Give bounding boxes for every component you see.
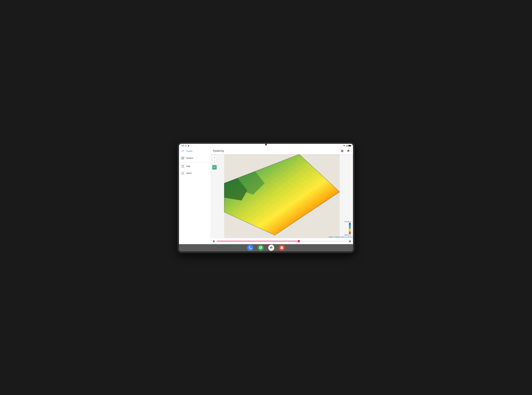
map-controls: + − [212, 156, 217, 170]
help-icon [181, 165, 184, 168]
sidebar-item-tracks[interactable]: Tracks [179, 148, 211, 155]
info-icon [181, 172, 184, 175]
osm-text: © OpenStreetMap contributors [334, 236, 352, 238]
map-icon [181, 157, 184, 159]
map-area: + − 191.43 m [211, 154, 353, 238]
sidebar-item-about[interactable]: About [179, 170, 211, 177]
color-legend: 191.43 m 190.53 m [344, 221, 351, 236]
sidebar-label-rasters: Rasters [186, 157, 193, 159]
sidebar-label-help: Help [186, 165, 190, 167]
alarm-icon [185, 145, 187, 147]
raster-visualization [211, 154, 353, 238]
status-left: 7:13 [181, 145, 189, 147]
app-bar-actions [340, 148, 351, 154]
wifi-icon [343, 145, 345, 147]
battery-saver-icon [188, 145, 189, 147]
sidebar-item-rasters[interactable]: Rasters [179, 155, 211, 162]
track-overlay-button[interactable] [212, 165, 217, 170]
svg-point-56 [271, 247, 272, 248]
slider-fill [217, 241, 299, 241]
camera-notch [265, 144, 267, 145]
bottom-navigation [179, 244, 353, 251]
svg-rect-1 [351, 145, 351, 146]
device-screen: 7:13 [179, 144, 353, 251]
slider-thumb[interactable] [298, 240, 300, 242]
legend-max-value: 191.43 m [344, 221, 351, 223]
map-attribution: Leaflet | © OpenStreetMap contributors [328, 236, 352, 238]
status-time: 7:13 [181, 145, 184, 147]
leaflet-attribution: Leaflet [328, 236, 333, 238]
sidebar: Tracks Rasters [179, 148, 211, 244]
legend-gradient-bar [349, 223, 351, 234]
sidebar-item-help[interactable]: Help [179, 163, 211, 170]
sidebar-spacer [179, 177, 211, 244]
app-container: Tracks Rasters [179, 148, 353, 244]
main-panel: Rastering [211, 148, 353, 244]
track-icon [181, 150, 184, 153]
opacity-slider[interactable] [217, 241, 347, 241]
slider-right-icon: ◑ [349, 240, 351, 243]
device-frame: 7:13 [177, 142, 355, 253]
status-right [343, 145, 351, 147]
legend-min-value: 190.53 m [344, 234, 351, 236]
sidebar-label-tracks: Tracks [186, 150, 192, 152]
sidebar-label-about: About [186, 172, 192, 174]
map-layers-button[interactable] [346, 148, 351, 154]
slider-left-icon: ◐ [213, 240, 215, 243]
svg-marker-3 [182, 157, 184, 159]
slider-bar: ◐ ◑ [211, 238, 353, 244]
svg-rect-2 [349, 145, 351, 146]
app-bar-title: Rastering [213, 149, 224, 152]
messages-app-button[interactable] [258, 245, 264, 251]
chrome-app-button[interactable] [268, 245, 274, 251]
zoom-out-button[interactable]: − [212, 160, 217, 165]
phone-app-button[interactable] [247, 245, 253, 251]
map-container[interactable]: + − 191.43 m [211, 154, 353, 238]
battery-icon [348, 145, 351, 147]
settings-button[interactable] [340, 148, 345, 154]
zoom-in-button[interactable]: + [212, 156, 217, 160]
camera-app-button[interactable] [279, 245, 285, 251]
signal-icon [346, 145, 348, 147]
app-bar: Rastering [211, 148, 353, 154]
